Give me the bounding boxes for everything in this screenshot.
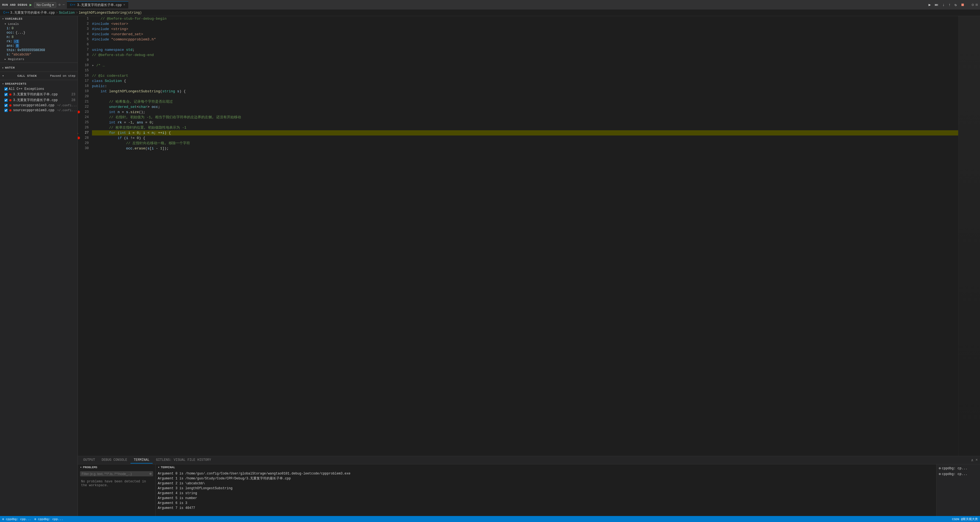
terminal-chevron: ▾ xyxy=(158,465,160,469)
continue-button[interactable]: ▶ xyxy=(928,2,932,8)
bp-checkbox-4[interactable] xyxy=(4,109,8,112)
status-debug-item-2[interactable]: ⚙ cppdbg: cpp... xyxy=(34,517,63,521)
ln-6: 6 xyxy=(80,42,89,47)
status-bar: ⚙ cppdbg: cpp... ⚙ cppdbg: cpp... CSDN @… xyxy=(0,516,980,522)
breakpoints-header[interactable]: ▾ BREAKPOINTS xyxy=(0,81,78,86)
code-line-1: // @before-stub-for-debug-begin xyxy=(92,16,958,21)
terminal-content[interactable]: Argument 0 is /home/guo/.config/Code/Use… xyxy=(156,470,936,516)
code-line-18: public: xyxy=(92,84,958,89)
problems-label: PROBLEMS xyxy=(83,466,97,469)
bp-checkbox-2[interactable] xyxy=(4,99,8,102)
breadcrumb-method[interactable]: lengthOfLongestSubstring(string) xyxy=(79,11,142,15)
ln-26: 26 xyxy=(80,125,89,130)
ln-4: 4 xyxy=(80,32,89,37)
code-line-22: unordered_set<char> occ; xyxy=(92,104,958,110)
gear-icon-1: ⚙ xyxy=(939,466,941,470)
panel-maximize-icon[interactable]: ∧ xyxy=(971,458,973,463)
step-over-button[interactable]: ⏭ xyxy=(934,2,940,8)
ln-10: 10 xyxy=(80,63,89,68)
editor-tab[interactable]: C++ 3.无重复字符的最长子串.cpp × xyxy=(67,2,129,8)
minimap xyxy=(958,16,980,456)
terminal-instance-2[interactable]: ⚙ cppdbg: cp... xyxy=(937,471,980,477)
watch-header[interactable]: ▸ WATCH xyxy=(0,65,78,70)
play-icon[interactable]: ▶ xyxy=(29,2,32,7)
debug-controls: ▶ ⏭ ↓ ↑ ↻ ⏹ ⚙ ⊞ xyxy=(928,2,978,8)
gear-icon[interactable]: ⚙ xyxy=(59,3,60,7)
callstack-header[interactable]: ▾ CALL STACK Paused on step xyxy=(0,73,78,79)
problems-panel: ▾ PROBLEMS ⚙ No problems have been detec… xyxy=(78,465,156,516)
code-line-28: if (i != 0) { xyxy=(92,136,958,140)
bp-item-1[interactable]: 3.无重复字符的最长子串.cpp 23 xyxy=(0,91,78,97)
bottom-tabs: OUTPUT DEBUG CONSOLE TERMINAL GITLENS: V… xyxy=(78,456,980,465)
registers-header[interactable]: ▸ Registers xyxy=(0,57,78,61)
divider-1 xyxy=(0,62,78,63)
code-line-26: // 枚举左指针的位置, 初始值隐性地表示为 -1 xyxy=(92,125,958,130)
terminal-header: ▾ TERMINAL xyxy=(156,465,936,470)
all-cpp-label: All C++ Exceptions xyxy=(9,87,44,91)
more-icon[interactable]: ⋯ xyxy=(62,3,64,7)
variables-section-header[interactable]: ▾ VARIABLES xyxy=(0,16,78,22)
bp-filename-1: 3.无重复字符的最长子串.cpp xyxy=(13,92,57,97)
bp-path-3: ~/.confi... xyxy=(57,104,77,107)
locals-chevron: ▾ xyxy=(4,22,8,26)
main-layout: ▾ VARIABLES ▾ Locals i: 0 occ: {...} n: … xyxy=(0,16,980,516)
code-line-23: int n = s.size(); xyxy=(92,110,958,115)
bp-checkbox-3[interactable] xyxy=(4,104,8,107)
problems-chevron: ▾ xyxy=(80,465,82,469)
all-cpp-checkbox[interactable] xyxy=(4,88,8,91)
breadcrumb-class[interactable]: Solution xyxy=(59,11,75,15)
debug-label-area: RUN AND DEBUG ▶ No Config ▾ ⚙ ⋯ xyxy=(2,2,65,8)
code-line-16: // @lc code=start xyxy=(92,73,958,78)
terminal-instance-1[interactable]: ⚙ cppdbg: cp... xyxy=(937,465,980,471)
ln-30: 30 xyxy=(80,146,89,151)
breadcrumb-file[interactable]: 3.无重复字符的最长子串.cpp xyxy=(10,10,55,15)
terminal-panel: ▾ TERMINAL Argument 0 is /home/guo/.conf… xyxy=(156,465,936,516)
terminal-instance-label-1: cppdbg: cp... xyxy=(942,466,967,470)
problems-filter-input[interactable] xyxy=(82,472,148,476)
callstack-chevron: ▾ xyxy=(2,74,4,78)
terminal-instance-label-2: cppdbg: cp... xyxy=(942,472,967,476)
ln-24: 24 xyxy=(80,115,89,120)
code-line-9 xyxy=(92,57,958,63)
tab-gitlens[interactable]: GITLENS: VISUAL FILE HISTORY xyxy=(153,457,214,463)
bp-filename-2: 3.无重复字符的最长子串.cpp xyxy=(13,98,57,102)
code-line-19: int lengthOfLongestSubstring(string s) { xyxy=(92,89,958,94)
locals-header[interactable]: ▾ Locals xyxy=(0,22,78,26)
bp-checkbox-1[interactable] xyxy=(4,93,8,96)
code-content[interactable]: // @before-stub-for-debug-begin #include… xyxy=(91,16,958,456)
layout-icon[interactable]: ⊞ xyxy=(976,2,978,7)
callstack-status: Paused on step xyxy=(50,74,75,78)
code-line-10: ▸ /* … xyxy=(92,63,958,68)
tab-output[interactable]: OUTPUT xyxy=(80,457,98,463)
code-line-30: occ.erase(s[i - 1]); xyxy=(92,146,958,151)
step-into-button[interactable]: ↓ xyxy=(941,2,946,8)
restart-button[interactable]: ↻ xyxy=(953,2,958,8)
terminal-line-7: Argument 7 is 40477 xyxy=(158,506,934,511)
status-debug-item-1[interactable]: ⚙ cppdbg: cpp... xyxy=(2,517,31,521)
ln-28: 28 xyxy=(80,136,89,140)
registers-chevron: ▸ xyxy=(4,57,8,61)
code-line-8: // @before-stub-for-debug-end xyxy=(92,53,958,57)
code-line-7: using namespace std; xyxy=(92,47,958,53)
code-line-3: #include <string> xyxy=(92,27,958,32)
bp-item-4[interactable]: sourcecppproblem3.cpp ~/.confi... 28 xyxy=(0,108,78,113)
bottom-panel: OUTPUT DEBUG CONSOLE TERMINAL GITLENS: V… xyxy=(78,456,980,516)
tab-close-button[interactable]: × xyxy=(123,3,125,6)
all-cpp-exceptions[interactable]: All C++ Exceptions xyxy=(0,86,78,91)
bp-item-2[interactable]: 3.无重复字符的最长子串.cpp 28 xyxy=(0,97,78,103)
code-line-15 xyxy=(92,68,958,73)
breakpoints-chevron: ▾ xyxy=(2,82,4,86)
problems-filter[interactable]: ⚙ xyxy=(80,471,153,476)
bp-item-3[interactable]: sourcecppproblem3.cpp ~/.confi... 23 xyxy=(0,103,78,108)
no-config-button[interactable]: No Config ▾ xyxy=(34,2,56,8)
ln-8: 8 xyxy=(80,53,89,57)
step-out-button[interactable]: ↑ xyxy=(947,2,951,8)
settings-icon[interactable]: ⚙ xyxy=(972,2,974,7)
terminal-instances: ⚙ cppdbg: cp... ⚙ cppdbg: cp... xyxy=(936,465,980,516)
stop-button[interactable]: ⏹ xyxy=(959,2,966,8)
code-editor[interactable]: 1 2 3 4 5 6 7 8 9 10 15 16 17 18 19 20 2… xyxy=(78,16,980,456)
tab-debug-console[interactable]: DEBUG CONSOLE xyxy=(98,457,130,463)
tab-terminal[interactable]: TERMINAL xyxy=(130,457,153,463)
panel-close-icon[interactable]: × xyxy=(976,458,978,463)
tab-cpp-icon: C++ xyxy=(70,3,76,6)
